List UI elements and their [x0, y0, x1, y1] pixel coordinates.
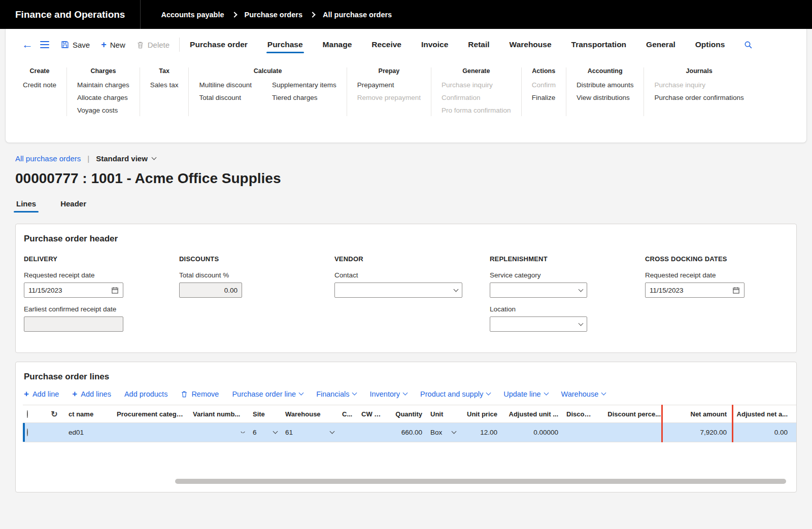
- cell-quantity[interactable]: 660.00: [387, 429, 426, 436]
- update-line-menu[interactable]: Update line: [503, 390, 548, 398]
- refresh-icon[interactable]: ↻: [44, 409, 64, 419]
- service-category-input[interactable]: [494, 287, 579, 294]
- total-discount-input[interactable]: [184, 287, 238, 294]
- warehouse-menu[interactable]: Warehouse: [561, 390, 606, 398]
- purchase-order-line-menu[interactable]: Purchase order line: [232, 390, 303, 398]
- financials-menu[interactable]: Financials: [316, 390, 356, 398]
- back-icon[interactable]: ←: [17, 39, 38, 50]
- warehouse-value: 61: [285, 429, 293, 436]
- tab-general[interactable]: General: [645, 30, 676, 59]
- chevron-down-icon[interactable]: [241, 432, 246, 433]
- prepayment-button[interactable]: Prepayment: [357, 81, 421, 89]
- col-adjusted-unit[interactable]: Adjusted unit ...: [501, 410, 562, 418]
- cell-unit-price[interactable]: 12.00: [460, 429, 501, 436]
- add-products-button[interactable]: Add products: [124, 390, 167, 398]
- row-select-radio[interactable]: [27, 429, 28, 436]
- product-and-supply-menu[interactable]: Product and supply: [420, 390, 490, 398]
- tab-purchase-order[interactable]: Purchase order: [189, 30, 249, 59]
- horizontal-scrollbar: [23, 479, 789, 484]
- menu-icon[interactable]: [40, 39, 49, 50]
- col-unit-price[interactable]: Unit price: [460, 410, 501, 418]
- col-procurement-category[interactable]: Procurement category: [113, 410, 189, 418]
- tiered-charges-button[interactable]: Tiered charges: [272, 94, 336, 101]
- add-line-button[interactable]: + Add line: [24, 390, 59, 398]
- col-net-amount[interactable]: Net amount: [665, 410, 731, 418]
- location-input[interactable]: [494, 321, 579, 328]
- tab-manage[interactable]: Manage: [322, 30, 353, 59]
- tab-receive[interactable]: Receive: [370, 30, 402, 59]
- save-button[interactable]: Save: [55, 41, 95, 49]
- credit-note-button[interactable]: Credit note: [23, 81, 56, 89]
- tab-invoice[interactable]: Invoice: [420, 30, 449, 59]
- voyage-costs-button[interactable]: Voyage costs: [77, 107, 129, 114]
- location-combobox[interactable]: [490, 316, 587, 332]
- col-site[interactable]: Site: [249, 410, 281, 418]
- calendar-icon[interactable]: [111, 287, 119, 294]
- cross-docking-requested-receipt-date-input[interactable]: [650, 287, 729, 294]
- supplementary-items-button[interactable]: Supplementary items: [272, 81, 336, 89]
- multiline-discount-button[interactable]: Multiline discount: [199, 81, 252, 89]
- add-lines-button[interactable]: + Add lines: [72, 390, 111, 398]
- pro-forma-confirmation-button: Pro forma confirmation: [442, 107, 511, 114]
- finalize-button[interactable]: Finalize: [532, 94, 556, 101]
- remove-line-button[interactable]: Remove: [181, 390, 219, 398]
- col-c[interactable]: C...: [338, 410, 357, 418]
- tab-lines[interactable]: Lines: [15, 199, 37, 213]
- col-cw-unit[interactable]: CW unit: [357, 410, 387, 418]
- col-adjusted-net-amount[interactable]: Adjusted net a...: [731, 410, 792, 418]
- col-discount-percentage[interactable]: Discount perce...: [598, 410, 665, 418]
- requested-receipt-date-input[interactable]: [28, 287, 108, 294]
- cell-net-amount[interactable]: 7,920.00: [665, 429, 731, 436]
- col-quantity[interactable]: Quantity: [387, 410, 426, 418]
- total-discount-button[interactable]: Total discount: [199, 94, 252, 101]
- select-all-radio[interactable]: [27, 410, 28, 418]
- tab-retail[interactable]: Retail: [467, 30, 490, 59]
- col-unit[interactable]: Unit: [426, 410, 460, 418]
- purchase-order-line-label: Purchase order line: [232, 390, 296, 398]
- breadcrumb-all-purchase-orders[interactable]: All purchase orders: [323, 11, 392, 19]
- contact-input[interactable]: [339, 287, 454, 294]
- col-product-name[interactable]: ct name: [64, 410, 113, 418]
- view-selector[interactable]: Standard view: [96, 154, 156, 163]
- all-purchase-orders-link[interactable]: All purchase orders: [15, 154, 81, 163]
- calendar-icon[interactable]: [732, 287, 740, 294]
- cell-adjusted-unit[interactable]: 0.00000: [501, 429, 562, 436]
- allocate-charges-button[interactable]: Allocate charges: [77, 94, 129, 101]
- group-title: REPLENISHMENT: [490, 255, 633, 263]
- cell-unit[interactable]: Box: [426, 429, 460, 436]
- service-category-combobox[interactable]: [490, 283, 587, 298]
- tab-transportation[interactable]: Transportation: [570, 30, 628, 59]
- cell-site[interactable]: 6: [249, 429, 281, 436]
- breadcrumb-accounts-payable[interactable]: Accounts payable: [161, 11, 224, 19]
- cell-adjusted-net-amount[interactable]: 0.00: [731, 429, 792, 436]
- earliest-confirmed-receipt-date-input[interactable]: [28, 321, 119, 328]
- view-distributions-button[interactable]: View distributions: [577, 94, 634, 101]
- col-warehouse[interactable]: Warehouse: [281, 410, 338, 418]
- new-button[interactable]: + New: [95, 40, 131, 50]
- chevron-down-icon[interactable]: [273, 429, 278, 434]
- grid-row-selected[interactable]: ed01 6 61 660.00 Box: [23, 423, 796, 442]
- ribbon-group-prepay: Prepay Prepayment Remove prepayment: [347, 67, 431, 116]
- sales-tax-button[interactable]: Sales tax: [150, 81, 179, 89]
- col-discount[interactable]: Discount: [562, 410, 598, 418]
- purchase-order-confirmations-button[interactable]: Purchase order confirmations: [654, 94, 743, 101]
- delete-button[interactable]: Delete: [131, 41, 175, 49]
- cell-variant-number[interactable]: [189, 432, 249, 433]
- tab-purchase[interactable]: Purchase: [266, 30, 304, 59]
- tab-options[interactable]: Options: [694, 30, 726, 59]
- chevron-down-icon[interactable]: [330, 429, 335, 434]
- search-icon[interactable]: [744, 41, 753, 49]
- inventory-menu[interactable]: Inventory: [369, 390, 407, 398]
- warehouse-label: Warehouse: [561, 390, 599, 398]
- col-variant-number[interactable]: Variant numb...: [189, 410, 249, 418]
- tab-header[interactable]: Header: [59, 199, 87, 213]
- contact-combobox[interactable]: [334, 283, 462, 298]
- distribute-amounts-button[interactable]: Distribute amounts: [577, 81, 634, 89]
- cell-product-name[interactable]: ed01: [64, 429, 113, 436]
- breadcrumb-purchase-orders[interactable]: Purchase orders: [245, 11, 302, 19]
- chevron-down-icon[interactable]: [452, 429, 457, 434]
- cell-warehouse[interactable]: 61: [281, 429, 338, 436]
- horizontal-scrollbar-thumb[interactable]: [175, 479, 786, 484]
- tab-warehouse[interactable]: Warehouse: [509, 30, 553, 59]
- maintain-charges-button[interactable]: Maintain charges: [77, 81, 129, 89]
